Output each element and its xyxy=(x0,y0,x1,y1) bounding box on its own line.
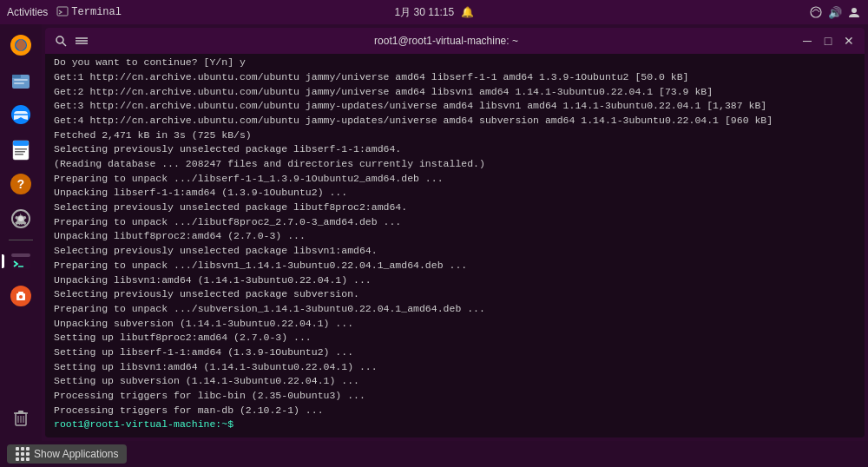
svg-rect-13 xyxy=(15,151,25,153)
terminal-title: root1@root1-virtual-machine: ~ xyxy=(104,35,788,47)
svg-rect-11 xyxy=(13,141,29,146)
datetime-display: 1月 30 11:15 🔔 xyxy=(394,5,473,20)
terminal-line: Setting up libutf8proc2:amd64 (2.7.0-3) … xyxy=(54,331,856,345)
terminal-line: Processing triggers for man-db (2.10.2-1… xyxy=(54,404,856,418)
terminal-window-controls: ─ □ ✕ xyxy=(788,32,858,49)
terminal-line: Unpacking libsvn1:amd64 (1.14.1-3ubuntu0… xyxy=(54,273,856,288)
terminal-line: Selecting previously unselected package … xyxy=(54,244,856,259)
top-bar-left: Activities Terminal xyxy=(7,6,122,18)
svg-rect-29 xyxy=(18,411,23,413)
terminal-line: Preparing to unpack .../libsvn1_1.14.1-3… xyxy=(54,259,856,273)
maximize-button[interactable]: □ xyxy=(819,32,837,49)
terminal-line: Setting up libserf-1-1:amd64 (1.3.9-1Oub… xyxy=(54,345,856,360)
dock-item-trash[interactable] xyxy=(5,401,36,432)
terminal-line: Unpacking libutf8proc2:amd64 (2.7.0-3) .… xyxy=(54,229,856,244)
svg-line-34 xyxy=(62,43,66,46)
svg-point-1 xyxy=(811,7,821,17)
terminal-line: Preparing to unpack .../libutf8proc2_2.7… xyxy=(54,215,856,230)
svg-rect-0 xyxy=(57,7,68,16)
terminal-line: Do you want to continue? [Y/n] y xyxy=(54,56,856,70)
svg-rect-7 xyxy=(14,79,28,81)
dock-item-help[interactable]: ? xyxy=(5,168,36,200)
terminal-window: root1@root1-virtual-machine: ~ ─ □ ✕ roo… xyxy=(45,28,865,437)
dock-item-files[interactable] xyxy=(5,64,36,95)
terminal-titlebar: root1@root1-virtual-machine: ~ ─ □ ✕ xyxy=(45,28,865,54)
volume-icon: 🔊 xyxy=(828,5,842,19)
terminal-line: Get:3 http://cn.archive.ubuntu.com/ubunt… xyxy=(54,99,856,114)
terminal-line: Get:4 http://cn.archive.ubuntu.com/ubunt… xyxy=(54,114,856,128)
terminal-line: Selecting previously unselected package … xyxy=(54,201,856,215)
network-icon xyxy=(809,5,823,19)
svg-point-19 xyxy=(18,216,23,221)
main-layout: ? xyxy=(0,24,868,441)
search-button[interactable] xyxy=(52,32,69,49)
dock: ? xyxy=(0,24,42,441)
dock-item-firefox[interactable] xyxy=(5,30,36,61)
terminal-line: Setting up subversion (1.14.1-3ubuntu0.2… xyxy=(54,374,856,389)
terminal-line: (Reading database ... 208247 files and d… xyxy=(54,157,856,172)
minimize-button[interactable]: ─ xyxy=(799,32,816,49)
svg-rect-8 xyxy=(14,82,24,84)
svg-rect-12 xyxy=(15,148,27,150)
terminal-line: Preparing to unpack .../libserf-1-1_1.3.… xyxy=(54,172,856,187)
top-bar: Activities Terminal 1月 30 11:15 🔔 🔊 xyxy=(0,0,868,24)
svg-rect-6 xyxy=(12,75,21,78)
system-tray: 🔊 xyxy=(809,5,861,19)
terminal-controls-left xyxy=(52,32,104,49)
show-applications-button[interactable]: Show Applications xyxy=(7,444,127,464)
terminal-line: Selecting previously unselected package … xyxy=(54,142,856,157)
dock-item-settings[interactable] xyxy=(5,203,36,234)
bottom-bar: Show Applications xyxy=(0,441,868,467)
svg-point-33 xyxy=(56,36,63,43)
svg-rect-14 xyxy=(15,154,23,155)
dock-separator xyxy=(9,240,33,240)
terminal-line: Selecting previously unselected package … xyxy=(54,287,856,302)
alarm-icon: 🔔 xyxy=(461,6,474,18)
dock-item-terminal[interactable] xyxy=(5,246,36,277)
terminal-line: Setting up libsvn1:amd64 (1.14.1-3ubuntu… xyxy=(54,360,856,375)
terminal-icon xyxy=(56,6,69,18)
dock-bottom xyxy=(5,401,36,436)
terminal-indicator: Terminal xyxy=(56,6,122,18)
terminal-content[interactable]: root1@root1-virtual-machine:~$ sudo apt … xyxy=(45,54,865,437)
svg-text:?: ? xyxy=(17,178,24,192)
activities-button[interactable]: Activities xyxy=(7,6,48,18)
dock-item-thunderbird[interactable] xyxy=(5,99,36,130)
dock-item-libreoffice[interactable] xyxy=(5,134,36,165)
grid-icon xyxy=(16,447,30,461)
terminal-line: Unpacking libserf-1-1:amd64 (1.3.9-1Oubu… xyxy=(54,186,856,201)
close-button[interactable]: ✕ xyxy=(840,32,858,49)
user-icon xyxy=(847,5,861,19)
terminal-line: Fetched 2,471 kB in 3s (725 kB/s) xyxy=(54,128,856,143)
svg-point-26 xyxy=(19,295,23,299)
svg-rect-25 xyxy=(18,292,23,294)
terminal-line: Get:2 http://cn.archive.ubuntu.com/ubunt… xyxy=(54,85,856,100)
menu-button[interactable] xyxy=(73,32,90,49)
terminal-line: Preparing to unpack .../subversion_1.14.… xyxy=(54,302,856,317)
terminal-line: Unpacking subversion (1.14.1-3ubuntu0.22… xyxy=(54,317,856,332)
terminal-line: root1@root1-virtual-machine:~$ xyxy=(54,418,856,432)
svg-point-2 xyxy=(852,8,857,13)
terminal-line: Processing triggers for libc-bin (2.35-0… xyxy=(54,389,856,404)
dock-item-software[interactable] xyxy=(5,280,36,312)
terminal-line: Get:1 http://cn.archive.ubuntu.com/ubunt… xyxy=(54,70,856,85)
svg-rect-21 xyxy=(11,253,30,257)
